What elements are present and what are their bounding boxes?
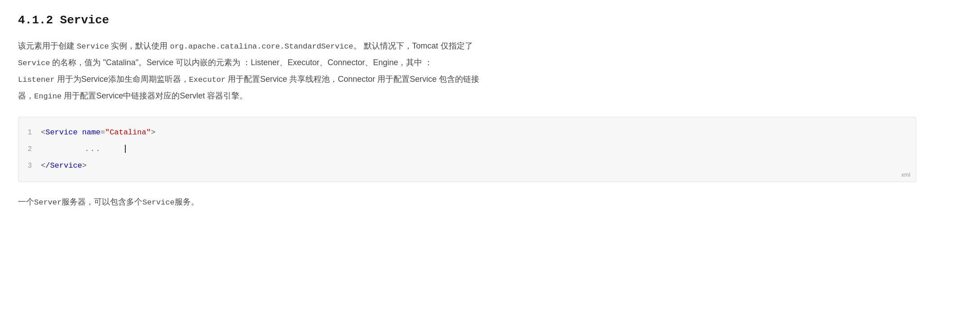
line-content-2: ...: [41, 143, 916, 156]
code-inline-classname: org.apache.catalina.core.StandardService: [170, 42, 353, 51]
tag-service-open: Service: [45, 128, 77, 137]
tag-close-bracket-3: >: [82, 161, 87, 170]
code-inline-engine: Engine: [34, 92, 62, 101]
description-paragraph: 该元素用于创建 Service 实例，默认使用 org.apache.catal…: [18, 38, 916, 104]
code-inline-executor: Executor: [189, 76, 226, 84]
tag-close-bracket-1: >: [151, 128, 155, 137]
tag-service-close: /Service: [45, 161, 82, 170]
tag-open-bracket-3: <: [41, 161, 45, 170]
footer-paragraph: 一个Server服务器，可以包含多个Service服务。: [18, 195, 962, 210]
code-inline-server: Server: [34, 198, 62, 207]
code-lang-label: xml: [901, 171, 910, 178]
line-content-1: <Service name="Catalina">: [41, 126, 916, 139]
code-inline-service-footer: Service: [142, 198, 174, 207]
text-cursor: [125, 145, 126, 153]
code-line-1: 1 <Service name="Catalina">: [18, 124, 916, 141]
code-inline-listener: Listener: [18, 76, 55, 84]
attr-space-1: [78, 128, 82, 137]
code-block: 1 <Service name="Catalina"> 2 ... 3 </Se…: [18, 117, 916, 182]
attr-name-1: name: [82, 128, 101, 137]
attr-value-1: "Catalina": [105, 128, 151, 137]
page-title: 4.1.2 Service: [18, 13, 962, 27]
code-inline-service2: Service: [18, 59, 50, 67]
line-number-2: 2: [18, 143, 41, 156]
code-line-2: 2 ...: [18, 141, 916, 158]
tag-open-bracket-1: <: [41, 128, 45, 137]
code-ellipsis: ...: [41, 145, 101, 153]
attr-eq-1: =: [101, 128, 105, 137]
line-content-3: </Service>: [41, 160, 916, 173]
code-inline-service: Service: [77, 42, 109, 51]
line-number-1: 1: [18, 127, 41, 139]
line-number-3: 3: [18, 160, 41, 172]
code-line-3: 3 </Service>: [18, 158, 916, 174]
